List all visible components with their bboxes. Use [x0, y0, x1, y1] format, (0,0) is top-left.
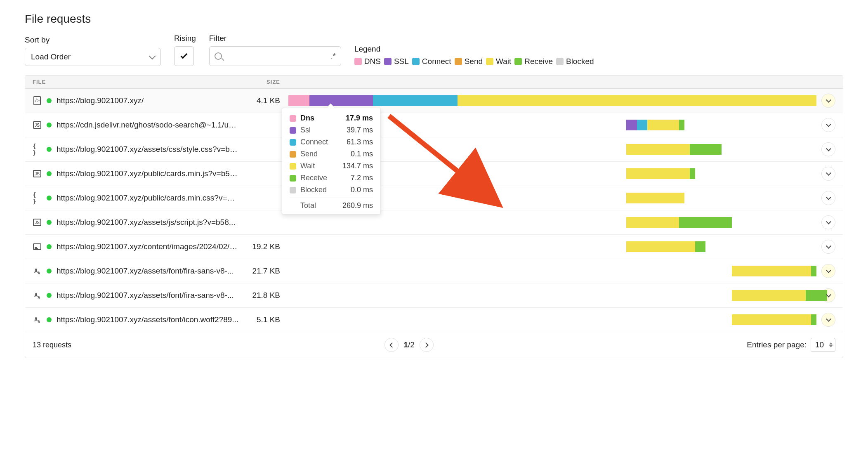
waterfall-bar[interactable]	[288, 290, 816, 301]
tooltip-swatch-icon	[290, 139, 296, 146]
image-file-icon	[33, 243, 42, 250]
file-url[interactable]: https://blog.9021007.xyz/assets/font/fir…	[57, 267, 234, 276]
waterfall-bar[interactable]	[288, 241, 816, 252]
tooltip-value: 7.2 ms	[351, 174, 373, 182]
filter-input[interactable]	[225, 52, 328, 61]
font-file-icon: AA	[33, 316, 42, 324]
status-dot-icon	[47, 293, 52, 298]
file-cell: https://blog.9021007.xyz/	[33, 96, 239, 105]
col-size-header[interactable]: SIZE	[239, 79, 288, 85]
tooltip-label: Connect	[300, 138, 342, 146]
waterfall-segment	[626, 120, 637, 130]
tooltip-label: Send	[300, 150, 347, 158]
waterfall-bar[interactable]	[288, 95, 816, 106]
legend-swatch-icon	[486, 58, 493, 65]
file-url[interactable]: https://blog.9021007.xyz/public/cards.mi…	[57, 193, 239, 203]
expand-row-button[interactable]	[821, 215, 835, 229]
tooltip-value: 17.9 ms	[346, 114, 373, 123]
waterfall-cell	[288, 264, 816, 278]
waterfall-segment	[732, 314, 811, 325]
table-row: https://blog.9021007.xyz/content/images/…	[25, 235, 843, 259]
legend-item-connect: Connect	[412, 57, 451, 66]
legend-item-label: Send	[465, 57, 483, 66]
legend-item-label: Receive	[524, 57, 553, 66]
chevron-down-icon	[826, 316, 831, 322]
tooltip-row: Connect61.3 ms	[290, 136, 373, 148]
tooltip-swatch-icon	[290, 163, 296, 170]
legend-item-label: SSL	[394, 57, 409, 66]
waterfall-segment	[679, 120, 684, 130]
legend-swatch-icon	[514, 58, 522, 65]
epp-value: 10	[815, 340, 824, 349]
waterfall-segment	[732, 290, 806, 301]
sortby-group: Sort by Load Order	[25, 35, 161, 66]
rising-checkbox[interactable]	[174, 46, 194, 66]
waterfall-segment	[695, 241, 706, 252]
waterfall-segment	[637, 120, 648, 130]
expand-row-button[interactable]	[821, 94, 835, 108]
table-row: AAhttps://blog.9021007.xyz/assets/font/f…	[25, 283, 843, 308]
expand-row-button[interactable]	[821, 313, 835, 327]
legend-item-blocked: Blocked	[556, 57, 594, 66]
next-page-button[interactable]	[420, 338, 434, 352]
epp-stepper[interactable]: 10	[811, 338, 835, 352]
waterfall-cell	[288, 240, 816, 253]
col-file-header[interactable]: FILE	[33, 79, 239, 85]
file-cell: JShttps://blog.9021007.xyz/public/cards.…	[33, 169, 239, 178]
expand-row-button[interactable]	[821, 118, 835, 132]
file-cell: AAhttps://blog.9021007.xyz/assets/font/f…	[33, 267, 239, 276]
legend-item-ssl: SSL	[384, 57, 409, 66]
tooltip-label: Blocked	[300, 186, 347, 194]
chevron-down-icon	[826, 195, 831, 200]
sortby-select[interactable]: Load Order	[25, 48, 161, 66]
waterfall-cell	[288, 289, 816, 302]
tooltip-total-value: 260.9 ms	[342, 201, 373, 210]
expand-row-button[interactable]	[821, 142, 835, 156]
tooltip-row: Send0.1 ms	[290, 148, 373, 160]
tooltip-label: Ssl	[300, 126, 342, 134]
waterfall-segment	[626, 193, 684, 203]
waterfall-segment	[806, 290, 827, 301]
file-url[interactable]: https://blog.9021007.xyz/public/cards.mi…	[57, 169, 239, 178]
waterfall-bar[interactable]	[288, 217, 816, 228]
waterfall-cell	[288, 313, 816, 326]
html-file-icon	[33, 96, 42, 105]
file-url[interactable]: https://cdn.jsdelivr.net/ghost/sodo-sear…	[57, 120, 239, 130]
waterfall-segment	[626, 144, 690, 155]
file-url[interactable]: https://blog.9021007.xyz/assets/css/styl…	[57, 145, 239, 154]
tooltip-total-row: Total260.9 ms	[290, 198, 373, 212]
expand-row-button[interactable]	[821, 240, 835, 254]
waterfall-bar[interactable]	[288, 266, 816, 276]
file-size: 21.8 KB	[239, 291, 288, 300]
file-url[interactable]: https://blog.9021007.xyz/assets/font/fir…	[57, 291, 234, 300]
chevron-right-icon	[423, 342, 429, 348]
rising-group: Rising	[174, 34, 196, 66]
chevron-down-icon	[149, 53, 156, 60]
expand-row-button[interactable]	[821, 167, 835, 181]
tooltip-swatch-icon	[290, 151, 296, 158]
expand-row-button[interactable]	[821, 191, 835, 205]
js-file-icon: JS	[33, 170, 42, 177]
expand-row-button[interactable]	[821, 264, 835, 278]
waterfall-segment	[309, 95, 373, 106]
status-dot-icon	[47, 317, 52, 322]
file-cell: { }https://blog.9021007.xyz/assets/css/s…	[33, 143, 239, 156]
chevron-down-icon	[826, 97, 831, 103]
prev-page-button[interactable]	[384, 338, 399, 352]
waterfall-segment	[288, 95, 309, 106]
legend-item-receive: Receive	[514, 57, 553, 66]
waterfall-segment	[732, 266, 811, 276]
waterfall-segment	[626, 168, 690, 179]
status-dot-icon	[47, 123, 52, 127]
waterfall-bar[interactable]	[288, 314, 816, 325]
tooltip-row: Wait134.7 ms	[290, 160, 373, 172]
file-url[interactable]: https://blog.9021007.xyz/assets/font/ico…	[57, 315, 238, 324]
tooltip-row: Ssl39.7 ms	[290, 124, 373, 136]
file-url[interactable]: https://blog.9021007.xyz/assets/js/scrip…	[57, 218, 236, 227]
file-url[interactable]: https://blog.9021007.xyz/	[57, 96, 144, 105]
tooltip-swatch-icon	[290, 175, 296, 182]
font-file-icon: AA	[33, 292, 42, 300]
status-dot-icon	[47, 196, 52, 200]
file-cell: JShttps://cdn.jsdelivr.net/ghost/sodo-se…	[33, 120, 239, 130]
file-url[interactable]: https://blog.9021007.xyz/content/images/…	[57, 242, 239, 251]
